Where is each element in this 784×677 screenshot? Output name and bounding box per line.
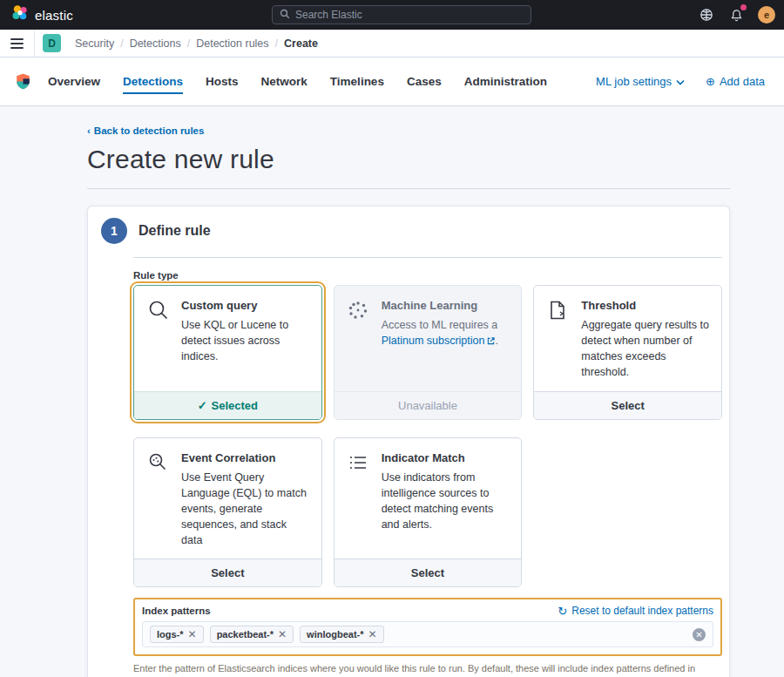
rule-card-title: Threshold — [581, 299, 709, 312]
title-divider — [87, 188, 730, 189]
ml-icon — [348, 299, 370, 381]
step-number: 1 — [101, 218, 127, 244]
rule-card-machine-learning: Machine Learning Access to ML requires a… — [334, 285, 523, 420]
search-input[interactable] — [295, 9, 524, 21]
space-badge[interactable]: D — [43, 34, 61, 52]
elastic-logo-icon — [11, 4, 29, 25]
breadcrumb-separator: / — [275, 37, 278, 50]
rule-card-footer-unavailable: Unavailable — [335, 391, 522, 419]
indicator-list-icon — [348, 451, 370, 549]
rule-card-title: Indicator Match — [382, 451, 510, 464]
search-icon — [280, 7, 290, 23]
index-patterns-input[interactable]: logs-*✕ packetbeat-*✕ winlogbeat-*✕ ✕ — [142, 621, 713, 647]
top-header-bar: elastic — [0, 0, 784, 30]
page-title: Create new rule — [87, 145, 730, 174]
rule-card-title: Machine Learning — [382, 299, 510, 312]
index-patterns-help-text: Enter the pattern of Elasticsearch indic… — [133, 661, 722, 677]
tab-network[interactable]: Network — [261, 70, 308, 94]
security-nav-bar: Overview Detections Hosts Network Timeli… — [0, 58, 784, 106]
back-chevron-icon: ‹ — [87, 125, 91, 136]
index-patterns-section: Index patterns ↻ Reset to default index … — [133, 598, 722, 656]
breadcrumb-bar: D Security / Detections / Detection rule… — [0, 30, 784, 58]
rule-type-label: Rule type — [133, 270, 722, 281]
step-divider — [133, 257, 722, 258]
breadcrumb-security[interactable]: Security — [75, 37, 114, 50]
security-logo-icon — [16, 73, 30, 90]
breadcrumb-separator: / — [120, 37, 123, 50]
tab-cases[interactable]: Cases — [407, 70, 442, 94]
ml-job-settings-button[interactable]: ML job settings — [596, 75, 685, 88]
eql-magnifier-icon — [147, 451, 170, 549]
menu-icon[interactable] — [0, 30, 35, 57]
platinum-subscription-link[interactable]: Platinum subscription — [382, 335, 496, 347]
rule-card-threshold[interactable]: Threshold Aggregate query results to det… — [533, 285, 722, 420]
breadcrumb-detection-rules[interactable]: Detection rules — [196, 37, 268, 50]
rule-card-description: Use Event Query Language (EQL) to match … — [181, 470, 309, 549]
rule-type-grid: Custom query Use KQL or Lucene to detect… — [133, 285, 722, 587]
rule-card-description: Use indicators from intelligence sources… — [382, 470, 510, 533]
notifications-icon[interactable] — [728, 7, 744, 23]
breadcrumb-detections[interactable]: Detections — [130, 37, 181, 50]
check-icon: ✓ — [198, 399, 207, 412]
back-to-detection-rules-link[interactable]: ‹ Back to detection rules — [87, 125, 204, 136]
help-icon[interactable] — [699, 7, 714, 23]
rule-card-description: Aggregate query results to detect when n… — [581, 317, 709, 381]
index-pattern-tag[interactable]: packetbeat-*✕ — [210, 626, 294, 643]
elastic-home-link[interactable]: elastic — [0, 4, 73, 25]
ml-job-settings-label: ML job settings — [596, 75, 672, 88]
remove-tag-icon[interactable]: ✕ — [278, 628, 287, 640]
define-rule-card: 1 Define rule Rule type — [87, 206, 730, 677]
user-avatar[interactable]: e — [758, 6, 775, 24]
reset-index-patterns-link[interactable]: ↻ Reset to default index patterns — [558, 605, 713, 617]
rule-card-event-correlation[interactable]: Event Correlation Use Event Query Langua… — [133, 437, 322, 588]
remove-tag-icon[interactable]: ✕ — [368, 628, 377, 640]
brand-name: elastic — [35, 8, 73, 23]
add-icon: ⊕ — [706, 76, 715, 87]
rule-card-title: Custom query — [181, 299, 309, 312]
refresh-icon: ↻ — [558, 606, 567, 617]
index-pattern-tag[interactable]: logs-*✕ — [150, 626, 204, 643]
chevron-down-icon — [676, 75, 685, 88]
tab-timelines[interactable]: Timelines — [330, 70, 384, 94]
breadcrumb: Security / Detections / Detection rules … — [75, 37, 318, 50]
elastic-security-app: elastic — [0, 0, 784, 677]
tab-hosts[interactable]: Hosts — [206, 70, 239, 94]
tab-administration[interactable]: Administration — [464, 70, 547, 94]
breadcrumb-separator: / — [187, 37, 190, 50]
rule-card-title: Event Correlation — [181, 451, 309, 464]
rule-card-footer-select[interactable]: Select — [335, 559, 522, 586]
magnifier-icon — [147, 299, 170, 381]
add-data-button[interactable]: ⊕ Add data — [706, 75, 765, 88]
clear-all-icon[interactable]: ✕ — [693, 628, 706, 641]
rule-card-footer-selected: ✓Selected — [134, 391, 321, 419]
reset-link-label: Reset to default index patterns — [571, 605, 713, 617]
nav-actions: ML job settings ⊕ Add data — [596, 75, 765, 88]
security-tabs: Overview Detections Hosts Network Timeli… — [48, 70, 547, 94]
notification-dot — [740, 4, 747, 10]
back-link-label: Back to detection rules — [94, 125, 205, 136]
add-data-label: Add data — [720, 75, 765, 88]
rule-card-footer-select[interactable]: Select — [134, 559, 321, 586]
main-content: ‹ Back to detection rules Create new rul… — [0, 106, 784, 677]
tab-detections[interactable]: Detections — [123, 70, 183, 94]
global-search[interactable] — [272, 5, 531, 24]
remove-tag-icon[interactable]: ✕ — [188, 628, 197, 640]
breadcrumb-create: Create — [284, 37, 318, 50]
index-pattern-tag[interactable]: winlogbeat-*✕ — [300, 626, 383, 643]
rule-card-footer-select[interactable]: Select — [534, 391, 721, 419]
define-rule-step-header: 1 Define rule — [88, 206, 729, 255]
index-patterns-label: Index patterns — [142, 606, 211, 616]
topbar-actions: e — [699, 0, 775, 30]
threshold-doc-icon — [547, 299, 570, 381]
tab-overview[interactable]: Overview — [48, 70, 100, 94]
rule-card-indicator-match[interactable]: Indicator Match Use indicators from inte… — [334, 437, 523, 588]
rule-card-custom-query[interactable]: Custom query Use KQL or Lucene to detect… — [133, 285, 322, 420]
rule-card-description: Access to ML requires a Platinum subscri… — [382, 317, 510, 349]
rule-card-description: Use KQL or Lucene to detect issues acros… — [181, 317, 309, 364]
step-title: Define rule — [139, 223, 211, 239]
